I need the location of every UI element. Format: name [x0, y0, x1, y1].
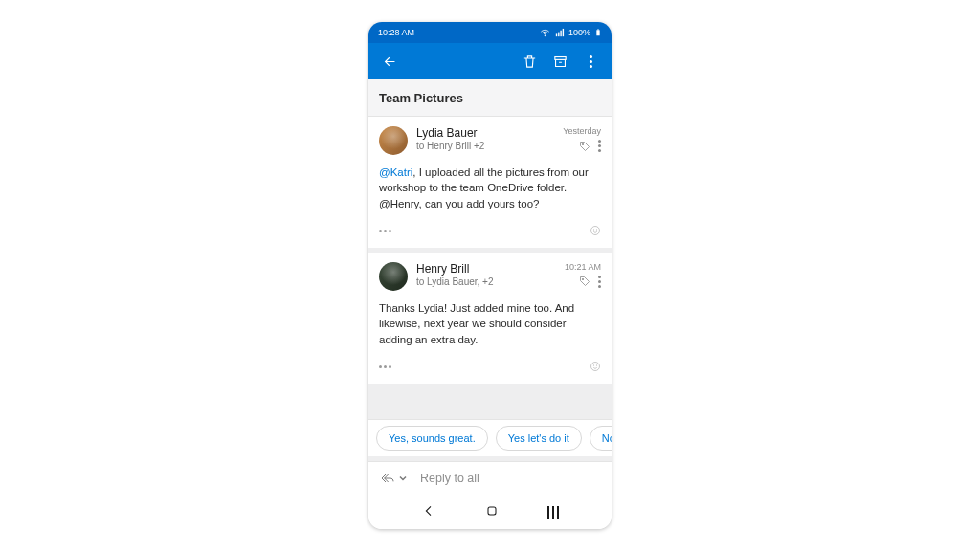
message-timestamp: Yesterday — [563, 126, 601, 136]
thread[interactable]: Lydia Bauer to Henry Brill +2 Yesterday … — [368, 117, 612, 496]
svg-point-15 — [596, 365, 597, 366]
nav-back-button[interactable] — [421, 503, 436, 522]
phone-frame: 10:28 AM 100% Team Pictures — [368, 22, 612, 529]
reply-bar: Reply to all — [368, 461, 612, 496]
svg-point-8 — [582, 143, 583, 144]
reply-input[interactable]: Reply to all — [420, 472, 600, 485]
svg-point-10 — [593, 230, 594, 231]
smiley-icon — [590, 225, 601, 236]
svg-rect-6 — [597, 29, 598, 30]
reply-all-icon — [380, 473, 395, 484]
status-time: 10:28 AM — [378, 28, 414, 37]
back-button[interactable] — [374, 46, 405, 77]
chevron-left-icon — [421, 503, 436, 518]
avatar[interactable] — [379, 126, 408, 155]
svg-point-9 — [591, 226, 600, 234]
trash-icon — [522, 54, 538, 70]
sender-name: Lydia Bauer — [416, 126, 554, 140]
react-button[interactable] — [590, 359, 601, 376]
svg-rect-7 — [554, 56, 565, 59]
recipients-line[interactable]: to Lydia Bauer, +2 — [416, 276, 556, 287]
chevron-down-icon — [395, 473, 411, 484]
square-icon — [484, 503, 500, 518]
svg-rect-5 — [596, 30, 599, 35]
android-nav-bar — [368, 496, 612, 529]
app-bar — [368, 43, 612, 79]
recents-icon — [547, 506, 559, 519]
nav-recents-button[interactable] — [547, 506, 559, 519]
expand-quoted-button[interactable] — [379, 230, 391, 232]
suggested-replies: Yes, sounds great. Yes let's do it Not t… — [368, 419, 612, 456]
message-card: Henry Brill to Lydia Bauer, +2 10:21 AM … — [368, 253, 612, 384]
svg-rect-4 — [563, 28, 564, 35]
suggestion-chip[interactable]: Not this — [590, 426, 612, 451]
reply-mode-button[interactable] — [380, 473, 411, 484]
avatar[interactable] — [379, 262, 408, 291]
overflow-button[interactable] — [575, 46, 606, 77]
battery-icon — [594, 27, 602, 38]
tag-icon[interactable] — [579, 276, 590, 287]
mention[interactable]: @Katri — [379, 166, 412, 178]
tag-icon[interactable] — [579, 141, 590, 152]
react-button[interactable] — [590, 223, 601, 240]
signal-icon — [554, 28, 565, 38]
svg-point-13 — [591, 362, 600, 370]
status-icons: 100% — [540, 27, 602, 38]
more-vert-icon — [590, 55, 592, 68]
message-card: Lydia Bauer to Henry Brill +2 Yesterday … — [368, 117, 612, 248]
svg-point-11 — [596, 230, 597, 231]
nav-home-button[interactable] — [484, 503, 500, 522]
svg-point-14 — [593, 365, 594, 366]
battery-percent: 100% — [568, 28, 590, 37]
svg-rect-2 — [558, 32, 559, 36]
delete-button[interactable] — [514, 46, 545, 77]
message-overflow-button[interactable] — [598, 140, 601, 152]
status-bar: 10:28 AM 100% — [368, 22, 612, 43]
svg-point-0 — [545, 34, 546, 35]
svg-point-12 — [582, 279, 583, 280]
archive-icon — [552, 54, 568, 70]
sender-name: Henry Brill — [416, 262, 556, 276]
wifi-icon — [540, 28, 550, 38]
subject-text: Team Pictures — [379, 91, 463, 105]
message-overflow-button[interactable] — [598, 276, 601, 288]
svg-rect-16 — [488, 507, 496, 515]
recipients-line[interactable]: to Henry Brill +2 — [416, 141, 554, 151]
arrow-left-icon — [382, 54, 398, 70]
message-body: @Katri, I uploaded all the pictures from… — [379, 165, 601, 211]
expand-quoted-button[interactable] — [379, 365, 391, 368]
suggestion-chip[interactable]: Yes, sounds great. — [376, 426, 488, 451]
archive-button[interactable] — [545, 46, 575, 77]
message-timestamp: 10:21 AM — [565, 262, 601, 272]
subject-bar: Team Pictures — [368, 79, 612, 117]
suggestion-chip[interactable]: Yes let's do it — [496, 426, 582, 451]
smiley-icon — [590, 361, 601, 372]
svg-rect-1 — [556, 33, 557, 36]
svg-rect-3 — [560, 30, 561, 35]
message-body: Thanks Lydia! Just added mine too. And l… — [379, 300, 601, 347]
